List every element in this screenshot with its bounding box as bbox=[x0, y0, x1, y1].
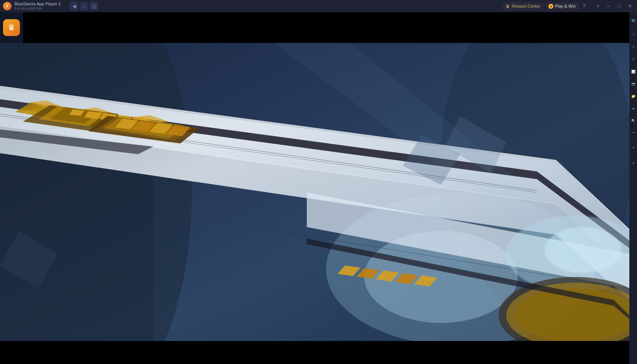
game-canvas bbox=[0, 43, 629, 341]
close-button[interactable]: ✕ bbox=[625, 0, 635, 12]
back-button[interactable]: ◀ bbox=[70, 2, 78, 10]
sidebar-camera-button[interactable]: 📷 bbox=[630, 78, 637, 89]
title-bar-right: ♛ Reward Center ● Play & Win ? ≡ ─ □ ✕ bbox=[502, 0, 637, 12]
sidebar-download-button[interactable]: ⬇ bbox=[630, 127, 637, 138]
help-button[interactable]: ? bbox=[579, 2, 589, 11]
app-icon: ♛ bbox=[3, 2, 12, 10]
home-button[interactable]: ⌂ bbox=[80, 2, 88, 10]
maximize-button[interactable]: □ bbox=[614, 0, 625, 12]
sidebar-divider-3 bbox=[631, 155, 636, 155]
game-area[interactable] bbox=[0, 43, 629, 341]
right-sidebar: 📺 ↻ ⚙ ⊞ 📊 📷 📁 ⏺ 🔍 ⬇ ⚙ ▲ bbox=[629, 12, 637, 364]
reward-center-button[interactable]: ♛ Reward Center bbox=[502, 2, 543, 10]
sidebar-search-button[interactable]: 🔍 bbox=[630, 115, 637, 126]
sidebar-chart-button[interactable]: 📊 bbox=[630, 66, 637, 77]
title-bar: ♛ BlueStacks App Player 2 5.9.410.1002 P… bbox=[0, 0, 637, 12]
game-logo: ♛ bbox=[3, 19, 20, 36]
app-title: BlueStacks App Player 2 5.9.410.1002 P64 bbox=[15, 2, 61, 11]
sidebar-record-button[interactable]: ⏺ bbox=[630, 102, 637, 114]
sidebar-arrow-up-button[interactable]: ▲ bbox=[630, 157, 637, 168]
sidebar-divider-2 bbox=[631, 140, 636, 140]
sidebar-grid-button[interactable]: ⊞ bbox=[630, 53, 637, 65]
nav-buttons: ◀ ⌂ ◫ bbox=[70, 2, 98, 10]
sidebar-rotate-button[interactable]: ↻ bbox=[630, 29, 637, 40]
crown-icon: ♛ bbox=[505, 3, 510, 9]
top-black-bar bbox=[23, 12, 629, 43]
sidebar-config-button[interactable]: ⚙ bbox=[630, 142, 637, 153]
sidebar-divider-1 bbox=[631, 27, 636, 27]
sidebar-tv-button[interactable]: 📺 bbox=[630, 14, 637, 25]
game-visual bbox=[0, 43, 629, 341]
play-win-button[interactable]: ● Play & Win bbox=[545, 3, 579, 10]
sidebar-settings-button[interactable]: ⚙ bbox=[630, 41, 637, 53]
menu-button[interactable]: ≡ bbox=[593, 0, 603, 12]
sidebar-folder-button[interactable]: 📁 bbox=[630, 90, 637, 102]
window-controls: ≡ ─ □ ✕ bbox=[593, 0, 635, 12]
coin-icon: ● bbox=[548, 4, 553, 9]
minimize-button[interactable]: ─ bbox=[603, 0, 614, 12]
bottom-black-bar bbox=[0, 341, 629, 364]
logo-bar: ♛ bbox=[0, 12, 23, 43]
title-bar-left: ♛ BlueStacks App Player 2 5.9.410.1002 P… bbox=[0, 2, 502, 11]
history-button[interactable]: ◫ bbox=[90, 2, 98, 10]
